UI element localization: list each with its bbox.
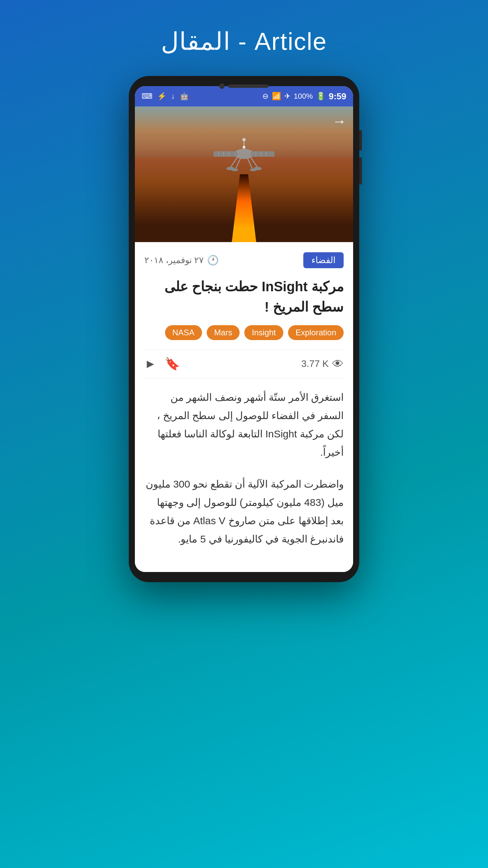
article-paragraph-1: استغرق الأمر ستّة أشهر ونصف الشهر من الس… xyxy=(144,388,344,461)
volume-up-button[interactable] xyxy=(359,130,362,151)
hero-image: → xyxy=(135,106,353,242)
hero-next-arrow[interactable]: → xyxy=(332,113,346,130)
article-paragraph-2: واضطرت المركبة الآلية أن تقطع نحو 300 مل… xyxy=(144,475,344,548)
article-title: مركبة InSight حطت بنجاح على سطح المريخ ! xyxy=(144,276,344,317)
phone-camera-area xyxy=(219,83,269,89)
status-time: 9:59 xyxy=(329,91,346,102)
svg-rect-1 xyxy=(214,151,237,157)
airplane-icon: ✈ xyxy=(284,92,290,101)
category-badge[interactable]: الفضاء xyxy=(303,252,344,268)
svg-line-12 xyxy=(251,157,258,167)
volume-down-button[interactable] xyxy=(359,157,362,184)
tag-exploration[interactable]: Exploration xyxy=(288,325,344,340)
tag-mars[interactable]: Mars xyxy=(207,325,240,340)
eye-icon: 👁 xyxy=(332,357,344,371)
actions-row: ► 🔖 3.77 K 👁 xyxy=(144,350,344,378)
phone-screen: ⌨ ⚡ ↓ 🤖 ⊖ 📶 ✈ 100% 🔋 9:59 xyxy=(135,86,353,572)
camera-dot xyxy=(219,83,225,89)
svg-point-10 xyxy=(242,138,246,141)
tags-row: NASA Mars Insight Exploration xyxy=(144,325,344,340)
tag-insight[interactable]: Insight xyxy=(244,325,283,340)
bookmark-icon[interactable]: 🔖 xyxy=(165,357,180,371)
download-icon: ↓ xyxy=(171,92,175,101)
page-title: المقال - Article xyxy=(161,27,327,56)
status-bar: ⌨ ⚡ ↓ 🤖 ⊖ 📶 ✈ 100% 🔋 9:59 xyxy=(135,86,353,106)
clock-icon: 🕐 xyxy=(207,255,219,266)
svg-line-13 xyxy=(236,158,241,169)
status-icons-right: ⊖ 📶 ✈ 100% 🔋 9:59 xyxy=(262,91,346,102)
battery-icon: 🔋 xyxy=(316,92,325,101)
status-icons-left: ⌨ ⚡ ↓ 🤖 xyxy=(142,92,189,101)
svg-line-11 xyxy=(230,157,237,167)
minus-circle-icon: ⊖ xyxy=(262,92,268,101)
article-date-text: ٢٧ نوفمير، ٢٠١٨ xyxy=(144,255,204,265)
code-icon: ⌨ xyxy=(142,92,152,101)
svg-point-19 xyxy=(243,146,245,149)
battery-percent: 100% xyxy=(294,92,313,101)
speaker-bar xyxy=(228,84,269,88)
svg-line-14 xyxy=(247,158,252,169)
article-date: 🕐 ٢٧ نوفمير، ٢٠١٨ xyxy=(144,255,219,266)
android-icon: 🤖 xyxy=(180,92,189,101)
article-content: 🕐 ٢٧ نوفمير، ٢٠١٨ الفضاء مركبة InSight ح… xyxy=(135,242,353,572)
svg-point-17 xyxy=(231,169,238,171)
article-meta: 🕐 ٢٧ نوفمير، ٢٠١٨ الفضاء xyxy=(144,252,344,268)
article-body: استغرق الأمر ستّة أشهر ونصف الشهر من الس… xyxy=(144,388,344,548)
views-count: 3.77 K 👁 xyxy=(301,357,344,371)
share-icon[interactable]: ► xyxy=(144,357,157,371)
svg-rect-2 xyxy=(251,151,274,157)
svg-point-18 xyxy=(250,169,257,171)
phone-device: ⌨ ⚡ ↓ 🤖 ⊖ 📶 ✈ 100% 🔋 9:59 xyxy=(129,76,359,582)
views-number: 3.77 K xyxy=(301,358,329,369)
usb-icon: ⚡ xyxy=(157,92,166,101)
tag-nasa[interactable]: NASA xyxy=(165,325,202,340)
wifi-icon: 📶 xyxy=(272,92,281,101)
